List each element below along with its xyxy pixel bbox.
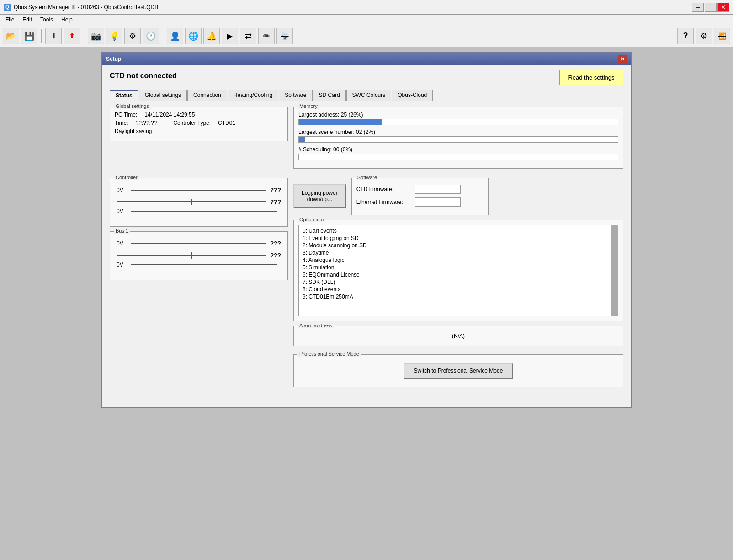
option-item-0[interactable]: 0: Uart events [301, 227, 609, 235]
toolbar: 📂 💾 ⬇ ⬆ 📷 💡 ⚙ 🕐 👤 🌐 🔔 ▶ ⇄ ✏ 📡 ? ⚙ 📶 [0, 25, 733, 47]
controller-title: Controller [114, 175, 139, 180]
option-item-3[interactable]: 3: Daytime [301, 249, 609, 256]
ctd-firmware-label: CTD Firmware: [356, 186, 411, 192]
bus1-v1-unknown: ??? [270, 240, 281, 247]
read-settings-btn[interactable]: Read the settings [559, 70, 623, 85]
ethernet-firmware-input[interactable] [415, 197, 461, 207]
option-info-title: Option info [297, 217, 325, 222]
logging-btn-line1: Logging power [302, 190, 338, 196]
option-list-scrollbar[interactable] [611, 225, 618, 316]
left-panel: Global settings PC Time: 14/11/2024 14:2… [110, 107, 288, 173]
pc-time-label: PC Time: [115, 112, 137, 118]
option-item-7[interactable]: 7: SDK (DLL) [301, 278, 609, 286]
camera-btn[interactable]: 📷 [88, 28, 104, 44]
window-close-btn[interactable]: ✕ [717, 3, 729, 12]
bottom-left: Controller 0V ??? [110, 178, 288, 387]
bus1-v2-row: 0V [117, 261, 281, 268]
psm-group: Professional Service Mode Switch to Prof… [293, 354, 623, 387]
option-list-content: 0: Uart events 1: Event logging on SD 2:… [299, 225, 611, 316]
controller-v2-label: 0V [117, 208, 127, 214]
upload-btn[interactable]: ⬆ [64, 28, 80, 44]
signal-btn[interactable]: 📶 [714, 28, 730, 44]
tab-qbus-cloud[interactable]: Qbus-Cloud [392, 90, 433, 101]
ctd-header: CTD not connected Read the settings [110, 70, 623, 85]
maximize-btn[interactable]: □ [705, 3, 717, 12]
controller-group: Controller 0V ??? [110, 178, 288, 227]
tab-swc-colours[interactable]: SWC Colours [346, 90, 392, 101]
controller-v1-row: 0V ??? [117, 187, 281, 193]
largest-scene-fill [299, 137, 305, 142]
edit-btn[interactable]: ✏ [258, 28, 275, 44]
help-btn[interactable]: ? [677, 28, 694, 44]
exchange-btn[interactable]: ⇄ [240, 28, 256, 44]
bottom-section: Controller 0V ??? [110, 178, 623, 387]
tab-connection[interactable]: Connection [187, 90, 227, 101]
setup-dialog: Setup ✕ CTD not connected Read the setti… [101, 52, 632, 408]
menu-edit[interactable]: Edit [19, 16, 36, 24]
main-area: Setup ✕ CTD not connected Read the setti… [0, 47, 733, 413]
menu-bar: File Edit Tools Help [0, 15, 733, 25]
bus1-title: Bus 1 [114, 228, 130, 234]
open-folder-btn[interactable]: 📂 [3, 28, 19, 44]
bell-btn[interactable]: 🔔 [203, 28, 220, 44]
gear-settings-btn[interactable]: ⚙ [696, 28, 712, 44]
option-item-8[interactable]: 8: Cloud events [301, 286, 609, 293]
no-wifi-btn[interactable]: 📡 [276, 28, 293, 44]
option-item-5[interactable]: 5: Simulation [301, 264, 609, 271]
ctd-firmware-input[interactable] [415, 185, 461, 194]
global-settings-group: Global settings PC Time: 14/11/2024 14:2… [110, 107, 288, 141]
dialog-title: Setup [106, 56, 121, 62]
largest-scene-row: Largest scene number: 02 (2%) [298, 129, 618, 143]
tab-status[interactable]: Status [110, 90, 138, 101]
controller-v1-line [131, 190, 266, 191]
menu-help[interactable]: Help [58, 16, 76, 24]
option-info-group: Option info 0: Uart events 1: Event logg… [293, 220, 623, 321]
scheduling-row: # Scheduling: 00 (0%) [298, 146, 618, 160]
save-btn[interactable]: 💾 [21, 28, 37, 44]
time-value: ??:??:?? [136, 120, 157, 126]
logging-power-btn[interactable]: Logging power down/up... [293, 184, 346, 208]
alarm-group: Alarm address (N/A) [293, 326, 623, 346]
psm-switch-btn[interactable]: Switch to Professional Service Mode [404, 363, 513, 379]
lightbulb-btn[interactable]: 💡 [106, 28, 122, 44]
option-item-9[interactable]: 9: CTD01Em 250mA [301, 293, 609, 300]
tab-sd-card[interactable]: SD Card [313, 90, 346, 101]
right-panel-top: Memory Largest address: 25 (26%) Largest… [293, 107, 623, 173]
play-btn[interactable]: ▶ [222, 28, 238, 44]
controller-slider-row: ??? [117, 197, 281, 206]
menu-tools[interactable]: Tools [37, 16, 57, 24]
bus1-v1-row: 0V ??? [117, 240, 281, 247]
tb-sep-2 [84, 29, 84, 43]
controller-v1-unknown: ??? [270, 187, 281, 193]
option-item-2[interactable]: 2: Module scanning on SD [301, 242, 609, 249]
tab-software[interactable]: Software [279, 90, 312, 101]
controller-v2-line [131, 211, 277, 212]
toolbar-right: ? ⚙ 📶 [677, 28, 730, 44]
time-label: Time: [115, 120, 128, 126]
option-item-4[interactable]: 4: Analogue logic [301, 256, 609, 264]
tab-heating-cooling[interactable]: Heating/Cooling [228, 90, 278, 101]
download-btn[interactable]: ⬇ [45, 28, 62, 44]
logging-area: Logging power down/up... [293, 178, 346, 214]
controller-type-value: CTD01 [218, 120, 235, 126]
alarm-value: (N/A) [298, 331, 618, 341]
option-item-6[interactable]: 6: EQOmmand License [301, 271, 609, 278]
menu-file[interactable]: File [2, 16, 18, 24]
clock-btn[interactable]: 🕐 [143, 28, 159, 44]
ctd-firmware-row: CTD Firmware: [356, 185, 483, 194]
dialog-close-btn[interactable]: ✕ [618, 55, 627, 63]
option-item-1[interactable]: 1: Event logging on SD [301, 235, 609, 242]
tab-bar: Status Global settings Connection Heatin… [110, 90, 623, 101]
tab-global-settings[interactable]: Global settings [139, 90, 187, 101]
bottom-right-top: Logging power down/up... Software CTD Fi… [293, 178, 623, 215]
settings-sliders-btn[interactable]: ⚙ [124, 28, 141, 44]
dialog-titlebar: Setup ✕ [102, 53, 631, 65]
bus1-v2-line [131, 264, 277, 265]
ethernet-firmware-label: Ethernet Firmware: [356, 199, 411, 205]
globe-btn[interactable]: 🌐 [185, 28, 202, 44]
person-btn[interactable]: 👤 [167, 28, 183, 44]
controller-v2-unknown: ??? [270, 198, 281, 205]
bus1-group: Bus 1 0V ??? [110, 231, 288, 280]
minimize-btn[interactable]: ─ [692, 3, 704, 12]
memory-title: Memory [297, 103, 319, 109]
